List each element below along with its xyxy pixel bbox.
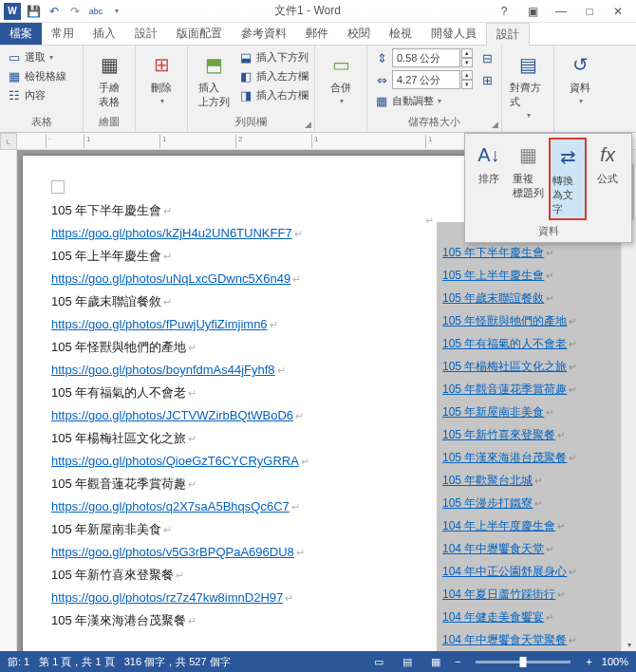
redo-icon[interactable]: ↷ <box>66 3 84 20</box>
read-mode-icon[interactable]: ▭ <box>369 654 388 669</box>
hyperlink[interactable]: https://goo.gl/photos/boynfdmAs44jFyhf8 <box>51 363 275 377</box>
hyperlink[interactable]: https://goo.gl/photos/fPuwjUyfiZimjimn6 <box>51 317 268 331</box>
repeat-header-button[interactable]: ▦ 重複標題列 <box>510 138 548 220</box>
col-width-control[interactable]: ⇔ 4.27 公分 ▴▾ ⊞ <box>373 70 496 89</box>
insert-below-button[interactable]: ⬓插入下方列 <box>237 48 309 65</box>
spin-down[interactable]: ▾ <box>461 80 473 89</box>
maximize-button[interactable]: □ <box>575 2 604 21</box>
hyperlink[interactable]: 105 年新竹喜來登聚餐 <box>442 427 555 443</box>
ribbon-options-button[interactable]: ▣ <box>518 2 547 21</box>
qat-customize-icon[interactable]: ▾ <box>108 3 125 20</box>
hyperlink[interactable]: 104 年中壢饗食天堂聚餐 <box>442 632 567 648</box>
right-link-row[interactable]: 104 年上半年度慶生會↵ <box>437 514 621 537</box>
hyperlink[interactable]: 105 年歲末聯誼餐敘 <box>442 290 544 307</box>
hyperlink[interactable]: 104 年夏日蘆竹踩街行 <box>442 587 555 603</box>
hyperlink[interactable]: 105 年有福氣的人不會老 <box>442 336 567 352</box>
alignment-button[interactable]: ▤ 對齊方式▾ <box>508 48 548 127</box>
select-button[interactable]: ▭選取▾ <box>6 48 66 65</box>
right-link-row[interactable]: 105 年漫步打鐵寮↵ <box>437 492 621 514</box>
right-link-row[interactable]: 105 年新屋南非美食↵ <box>437 401 621 423</box>
close-button[interactable]: ✕ <box>604 2 632 21</box>
tab-references[interactable]: 參考資料 <box>232 23 296 45</box>
minimize-button[interactable]: ― <box>547 2 575 21</box>
help-button[interactable]: ? <box>490 2 518 21</box>
hyperlink[interactable]: 104 年中壢饗食天堂 <box>442 541 544 557</box>
right-link-row[interactable]: 104 年中正公園舒展身心↵ <box>437 560 621 583</box>
right-link-row[interactable]: 105 年上半年慶生會↵ <box>437 264 621 287</box>
status-page[interactable]: 第 1 頁，共 1 頁 <box>39 655 114 669</box>
convert-to-text-button[interactable]: ⇄ 轉換為文字 <box>549 138 587 220</box>
right-link-row[interactable]: 104 年健走美食饗宴↵ <box>437 606 621 628</box>
gridlines-button[interactable]: ▦檢視格線 <box>6 67 66 84</box>
hyperlink[interactable]: 105 年上半年慶生會 <box>442 268 544 284</box>
properties-button[interactable]: ☷內容 <box>6 86 66 103</box>
hyperlink[interactable]: 104 年中正公園舒展身心 <box>442 564 567 580</box>
right-link-row[interactable]: 105 年楊梅社區文化之旅↵ <box>437 355 621 378</box>
height-input[interactable]: 0.58 公分 <box>392 48 460 67</box>
right-link-row[interactable]: 105 年怪獸與牠們的產地↵ <box>437 309 621 332</box>
hyperlink[interactable]: 105 年觀音蓮花季賞荷趣 <box>442 382 567 398</box>
insert-left-button[interactable]: ◧插入左方欄 <box>237 67 309 84</box>
tab-insert[interactable]: 插入 <box>84 23 125 45</box>
scroll-down-icon[interactable]: ▾ <box>622 638 636 651</box>
width-input[interactable]: 4.27 公分 <box>392 70 460 89</box>
hyperlink[interactable]: https://goo.gl/photos/v5G3rBPQPaA696DU8 <box>51 545 294 559</box>
right-link-row[interactable]: 105 年漢來海港台茂聚餐↵ <box>437 446 621 469</box>
draw-table-button[interactable]: ▦ 手繪表格 <box>89 48 129 113</box>
right-link-row[interactable]: 105 年觀音蓮花季賞荷趣↵ <box>437 378 621 401</box>
right-link-row[interactable]: 105 年有福氣的人不會老↵ <box>437 332 621 355</box>
hyperlink[interactable]: 105 年漢來海港台茂聚餐 <box>442 450 567 466</box>
tab-file[interactable]: 檔案 <box>0 23 42 45</box>
tab-review[interactable]: 校閱 <box>338 23 380 45</box>
hyperlink[interactable]: 105 年怪獸與牠們的產地 <box>442 313 567 329</box>
delete-button[interactable]: ⊞ 刪除▾ <box>141 48 181 127</box>
spin-up[interactable]: ▴ <box>461 70 473 80</box>
hyperlink[interactable]: 105 年下半年慶生會 <box>442 245 544 261</box>
tab-developer[interactable]: 開發人員 <box>421 23 486 45</box>
hyperlink[interactable]: 105 年楊梅社區文化之旅 <box>442 359 567 375</box>
right-link-row[interactable]: 105 年新竹喜來登聚餐↵ <box>437 423 621 446</box>
hyperlink[interactable]: https://goo.gl/photos/QioeGzT6CYCRyGRRA <box>51 454 299 468</box>
merge-button[interactable]: ▭ 合併▾ <box>321 48 361 127</box>
autofit-button[interactable]: ▦自動調整▾ <box>373 92 496 109</box>
tab-view[interactable]: 檢視 <box>380 23 421 45</box>
hyperlink[interactable]: https://goo.gl/photos/kZjH4u2UN6TUNKFF7 <box>51 226 292 240</box>
right-link-row[interactable]: 105 年下半年慶生會↵ <box>437 241 621 264</box>
zoom-level[interactable]: 100% <box>602 656 628 667</box>
insert-above-button[interactable]: ⬒ 插入上方列 <box>194 48 234 113</box>
web-layout-icon[interactable]: ▦ <box>426 654 445 669</box>
status-words[interactable]: 316 個字，共 527 個字 <box>124 655 231 669</box>
spin-down[interactable]: ▾ <box>461 58 473 67</box>
tab-home[interactable]: 常用 <box>42 23 84 45</box>
hyperlink[interactable]: 105 年歡聚台北城 <box>442 473 533 489</box>
hyperlink[interactable]: https://goo.gl/photos/JCTVWZirbBQtWBoD6 <box>51 408 293 422</box>
row-height-control[interactable]: ⇕ 0.58 公分 ▴▾ ⊟ <box>373 48 496 67</box>
right-link-row[interactable]: 104 年中壢饗食天堂↵ <box>437 537 621 560</box>
data-button[interactable]: ↺ 資料▾ <box>560 48 600 127</box>
hyperlink[interactable]: https://goo.gl/photos/q2X7saA5BhqsQc6C7 <box>51 499 290 513</box>
tab-design[interactable]: 設計 <box>125 23 167 45</box>
insert-right-button[interactable]: ◨插入右方欄 <box>237 86 309 103</box>
hyperlink[interactable]: 104 年上半年度慶生會 <box>442 518 555 534</box>
hyperlink[interactable]: https://goo.gl/photos/uNqLxcGDwnc5X6n49 <box>51 271 290 286</box>
ruler-corner[interactable]: L <box>0 133 17 150</box>
hyperlink[interactable]: 105 年漫步打鐵寮 <box>442 495 533 512</box>
formula-button[interactable]: fx 公式 <box>589 138 627 220</box>
hyperlink[interactable]: 104 年健走美食饗宴 <box>442 609 544 625</box>
dist-rows-icon[interactable]: ⊟ <box>478 49 496 66</box>
table-move-handle[interactable] <box>51 180 65 194</box>
right-link-row[interactable]: 105 年歲末聯誼餐敘↵ <box>437 287 621 309</box>
zoom-in-button[interactable]: + <box>586 656 591 667</box>
zoom-out-button[interactable]: − <box>455 656 460 667</box>
sort-button[interactable]: A↓ 排序 <box>470 138 508 220</box>
vertical-ruler[interactable] <box>0 150 17 651</box>
right-link-row[interactable]: 105 年歡聚台北城↵ <box>437 469 621 492</box>
print-layout-icon[interactable]: ▤ <box>398 654 417 669</box>
rc-launcher-icon[interactable]: ◢ <box>305 120 311 129</box>
save-icon[interactable]: 💾 <box>25 3 42 20</box>
right-link-row[interactable]: 104 年中壢饗食天堂聚餐↵ <box>437 628 621 651</box>
size-launcher-icon[interactable]: ◢ <box>492 120 498 129</box>
qat-item[interactable]: abc <box>87 3 104 20</box>
tab-mailings[interactable]: 郵件 <box>296 23 338 45</box>
hyperlink[interactable]: 105 年新屋南非美食 <box>442 404 544 420</box>
